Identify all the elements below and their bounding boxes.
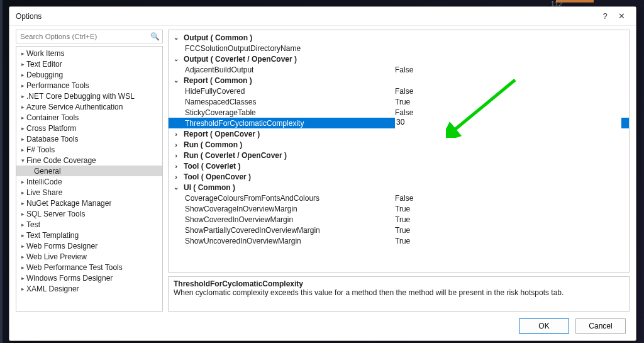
property-key: AdjacentBuildOutput	[169, 65, 395, 74]
property-key: ShowPartiallyCoveredInOverviewMargin	[169, 226, 395, 235]
property-key: ShowCoveredInOverviewMargin	[169, 215, 395, 224]
tree-item[interactable]: SQL Server Tools	[16, 208, 162, 219]
property-group[interactable]: Report ( OpenCover )	[169, 128, 629, 139]
chevron-right-icon	[19, 211, 26, 217]
close-button[interactable]: ✕	[613, 8, 630, 25]
tree-item[interactable]: IntelliCode	[16, 176, 162, 187]
tree-item[interactable]: .NET Core Debugging with WSL	[16, 91, 162, 101]
description-title: ThresholdForCyclomaticComplexity	[174, 279, 624, 288]
property-grid[interactable]: Output ( Common )FCCSolutionOutputDirect…	[168, 30, 630, 273]
tree-item[interactable]: Azure Service Authentication	[16, 101, 162, 112]
property-value[interactable]: 30	[395, 118, 621, 128]
chevron-right-icon	[19, 179, 26, 185]
property-row[interactable]: ShowCoverageInOverviewMarginTrue	[169, 203, 629, 214]
property-row[interactable]: FCCSolutionOutputDirectoryName	[169, 43, 629, 53]
dialog-title: Options	[16, 12, 597, 21]
chevron-down-icon	[169, 34, 184, 41]
tree-item[interactable]: Database Tools	[16, 133, 162, 144]
chevron-down-icon	[169, 184, 184, 191]
tree-item[interactable]: Text Editor	[16, 59, 162, 69]
property-value: True	[395, 205, 410, 213]
tree-item-label: Windows Forms Designer	[26, 274, 113, 283]
tree-item-label: Debugging	[26, 70, 63, 79]
property-row[interactable]: HideFullyCoveredFalse	[169, 86, 629, 96]
property-group[interactable]: Tool ( OpenCover )	[169, 171, 629, 182]
tree-item-label: General	[34, 167, 61, 176]
chevron-right-icon	[19, 125, 26, 132]
property-row[interactable]: ShowPartiallyCoveredInOverviewMarginTrue	[169, 225, 629, 235]
property-group-label: UI ( Common )	[184, 183, 235, 192]
property-value: True	[395, 226, 410, 235]
chevron-right-icon	[19, 200, 26, 206]
ok-button[interactable]: OK	[519, 318, 569, 334]
cancel-button[interactable]: Cancel	[575, 318, 626, 334]
chevron-right-icon	[19, 264, 26, 271]
property-key: CoverageColoursFromFontsAndColours	[169, 194, 395, 203]
property-row[interactable]: CoverageColoursFromFontsAndColoursFalse	[169, 193, 629, 203]
chevron-right-icon	[19, 115, 26, 121]
tree-item[interactable]: Web Performance Test Tools	[16, 262, 162, 273]
property-group-label: Run ( Coverlet / OpenCover )	[184, 151, 287, 160]
property-row[interactable]: AdjacentBuildOutputFalse	[169, 64, 629, 75]
property-group-label: Tool ( OpenCover )	[184, 172, 251, 181]
property-row[interactable]: NamespacedClassesTrue	[169, 96, 629, 107]
property-group[interactable]: Report ( Common )	[169, 75, 629, 86]
tree-item[interactable]: NuGet Package Manager	[16, 198, 162, 208]
tree-item-label: Azure Service Authentication	[26, 103, 123, 111]
tree-item-label: NuGet Package Manager	[26, 199, 111, 208]
property-key: ShowCoverageInOverviewMargin	[169, 205, 395, 213]
description-box: ThresholdForCyclomaticComplexity When cy…	[168, 276, 630, 312]
property-row[interactable]: ThresholdForCyclomaticComplexity30	[169, 118, 629, 128]
property-row[interactable]: ShowCoveredInOverviewMarginTrue	[169, 214, 629, 225]
property-group-label: Report ( Common )	[184, 76, 252, 85]
tree-item[interactable]: Debugging	[16, 69, 162, 80]
tree-child-item[interactable]: General	[16, 166, 162, 176]
chevron-right-icon	[19, 82, 26, 89]
tree-item-label: SQL Server Tools	[26, 210, 85, 218]
tree-item-label: XAML Designer	[26, 284, 79, 293]
tree-item[interactable]: Web Live Preview	[16, 251, 162, 262]
tree-item[interactable]: Live Share	[16, 187, 162, 198]
tree-item[interactable]: Work Items	[16, 48, 162, 59]
tree-item[interactable]: Performance Tools	[16, 80, 162, 91]
titlebar: Options ? ✕	[9, 7, 636, 26]
tree-item[interactable]: Container Tools	[16, 112, 162, 123]
property-value: False	[395, 108, 413, 117]
chevron-right-icon	[19, 136, 26, 142]
tree-item[interactable]: Windows Forms Designer	[16, 273, 162, 283]
category-tree[interactable]: Work ItemsText EditorDebuggingPerformanc…	[16, 46, 163, 312]
tree-item[interactable]: XAML Designer	[16, 283, 162, 294]
property-group[interactable]: Run ( Common )	[169, 139, 629, 150]
property-group[interactable]: UI ( Common )	[169, 182, 629, 193]
tree-item-label: .NET Core Debugging with WSL	[26, 92, 135, 101]
tree-item[interactable]: F# Tools	[16, 144, 162, 155]
help-button[interactable]: ?	[597, 8, 613, 25]
chevron-right-icon	[19, 254, 26, 260]
tree-item[interactable]: Web Forms Designer	[16, 240, 162, 251]
tree-item[interactable]: Cross Platform	[16, 123, 162, 133]
property-group[interactable]: Output ( Common )	[169, 32, 629, 43]
property-group-label: Run ( Common )	[184, 140, 242, 149]
property-group-label: Output ( Coverlet / OpenCover )	[184, 55, 297, 64]
tree-item[interactable]: Text Templating	[16, 230, 162, 240]
description-body: When cyclomatic complexity exceeds this …	[174, 288, 624, 297]
property-value: False	[395, 87, 413, 96]
property-row[interactable]: StickyCoverageTableFalse	[169, 107, 629, 118]
tree-item[interactable]: Fine Code Coverage	[16, 155, 162, 166]
property-group[interactable]: Tool ( Coverlet )	[169, 160, 629, 171]
property-value: True	[395, 215, 410, 224]
tree-item-label: Live Share	[26, 188, 62, 197]
tree-item-label: Test	[26, 220, 40, 229]
chevron-down-icon	[169, 77, 184, 84]
tree-item-label: Work Items	[26, 49, 64, 58]
property-group[interactable]: Run ( Coverlet / OpenCover )	[169, 150, 629, 160]
search-input[interactable]	[16, 30, 163, 43]
property-row[interactable]: ShowUncoveredInOverviewMarginTrue	[169, 235, 629, 246]
tree-item[interactable]: Test	[16, 219, 162, 230]
tree-item-label: Performance Tools	[26, 81, 89, 90]
tree-item-label: Text Editor	[26, 60, 62, 69]
chevron-right-icon	[19, 72, 26, 78]
chevron-right-icon	[19, 286, 26, 292]
chevron-right-icon	[19, 232, 26, 239]
property-group[interactable]: Output ( Coverlet / OpenCover )	[169, 53, 629, 64]
